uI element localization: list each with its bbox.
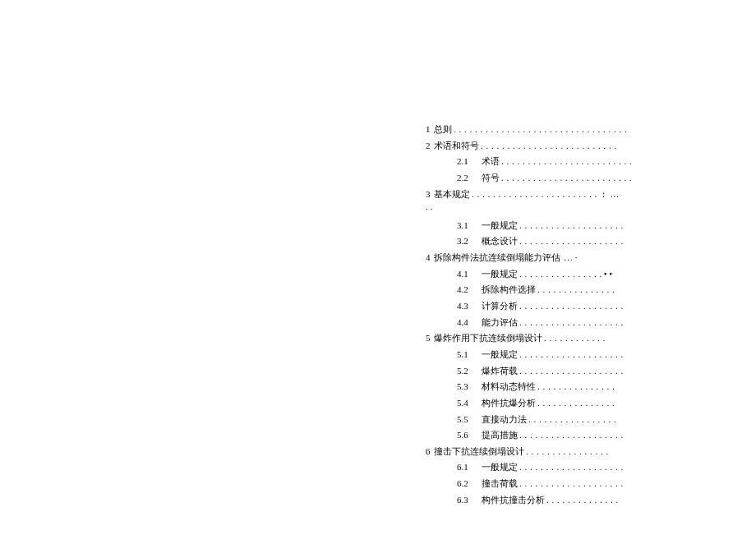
sub-title: 提高措施 <box>482 427 518 442</box>
sub-title: 符号 <box>482 170 500 185</box>
sub-title: 能力评估 <box>482 315 518 330</box>
ch-title: 基本规定 <box>434 187 470 201</box>
sub-num: 6.2 <box>457 476 482 491</box>
leader-dots: . . . . . . . . . . . . . . . . <box>526 444 609 459</box>
sub-title: 材料动态特性 <box>482 379 536 394</box>
sub-title: 构件抗撞击分析 <box>482 492 545 507</box>
ch-num: 6 <box>426 444 434 459</box>
ch-num: 1 <box>426 122 434 136</box>
leader-dots: . . . . . . . . . . . . . . . . . . . . <box>519 347 624 362</box>
toc-chapter-6: 6 撞击下抗连续倒塌设计 . . . . . . . . . . . . . .… <box>426 444 672 459</box>
toc-chapter-1: 1 总则 . . . . . . . . . . . . . . . . . .… <box>426 122 672 136</box>
sub-num: 5.3 <box>457 379 482 394</box>
toc-sub-4-1: 4.1 一般规定 . . . . . . . . . . . . . . . .… <box>426 266 672 281</box>
toc-sub-6-1: 6.1 一般规定 . . . . . . . . . . . . . . . .… <box>426 459 672 474</box>
sub-title: 一般规定 <box>482 347 518 362</box>
toc-sub-5-5: 5.5 直接动力法 . . . . . . . . . . . . . . . … <box>426 412 672 427</box>
sub-num: 5.5 <box>457 412 482 427</box>
ch-num: 3 <box>426 187 434 201</box>
sub-title: 术语 <box>482 154 500 168</box>
leader-dots: . . . . . . . . . . . . . . . . <box>519 266 602 281</box>
toc-sub-5-1: 5.1 一般规定 . . . . . . . . . . . . . . . .… <box>426 347 672 362</box>
sub-num: 4.4 <box>457 315 482 330</box>
trail-mark: … · <box>564 250 578 265</box>
toc-chapter-3: 3 基本规定 . . . . . . . . . . . . . . . . .… <box>426 187 672 201</box>
toc-sub-3-1: 3.1 一般规定 . . . . . . . . . . . . . . . .… <box>426 218 672 233</box>
ch-num: 5 <box>426 330 434 345</box>
sub-title: 构件抗爆分析 <box>482 395 536 410</box>
overflow-dots: · · <box>426 201 672 216</box>
leader-dots: . . . . . . . . . . . . . . . . . . . . <box>519 459 624 474</box>
leader-dots: . . . . . . . . . . . . . . . . . . . . … <box>501 154 632 168</box>
toc-sub-2-1: 2.1 术语 . . . . . . . . . . . . . . . . .… <box>426 154 672 168</box>
sub-num: 6.3 <box>457 492 482 507</box>
ch-num: 2 <box>426 138 434 153</box>
sub-num: 3.2 <box>457 233 482 248</box>
sub-num: 2.1 <box>457 154 482 168</box>
toc-sub-5-6: 5.6 提高措施 . . . . . . . . . . . . . . . .… <box>426 427 672 442</box>
sub-title: 撞击荷载 <box>482 476 518 491</box>
leader-dots: . . . . . . . . . . . . . . . . . . . . <box>519 363 624 378</box>
toc-chapter-2: 2 术语和符号 . . . . . . . . . . . . . . . . … <box>426 138 672 153</box>
leader-dots: . . . . . . . . . . . . . . . . . . . . … <box>454 122 627 136</box>
leader-dots: . . . . . . . . . . . . . . . . . . . . <box>519 427 624 442</box>
leader-dots: . . . . . . . . . . . . . . . <box>537 395 615 410</box>
leader-dots: . . . . . . . . . . . . . . . . . . . . <box>519 233 624 248</box>
leader-dots: . . . . . . . . . . . . . . . . . . . . … <box>501 170 632 185</box>
ch-num: 4 <box>426 250 434 265</box>
toc-sub-4-2: 4.2 拆除构件选择 . . . . . . . . . . . . . . . <box>426 282 672 297</box>
leader-dots: . . . . . . . . . . . . . . . . . . . . <box>519 476 624 491</box>
sub-num: 3.1 <box>457 218 482 233</box>
sub-title: 一般规定 <box>482 459 518 474</box>
ch-title: 术语和符号 <box>434 138 479 153</box>
toc-chapter-5: 5 爆炸作用下抗连续倒塌设计 . . . . . . . . . . . . <box>426 330 672 345</box>
leader-dots: . . . . . . . . . . . . . . <box>546 492 619 507</box>
toc-sub-4-3: 4.3 计算分析 . . . . . . . . . . . . . . . .… <box>426 298 672 313</box>
toc-sub-5-4: 5.4 构件抗爆分析 . . . . . . . . . . . . . . . <box>426 395 672 410</box>
leader-dots: . . . . . . . . . . . . . . . . . . . . <box>519 218 624 233</box>
leader-dots: . . . . . . . . . . . . . . . <box>537 282 615 297</box>
sub-num: 2.2 <box>457 170 482 185</box>
leader-dots: . . . . . . . . . . . . . . . <box>537 379 615 394</box>
sub-title: 一般规定 <box>482 218 518 233</box>
toc-sub-6-3: 6.3 构件抗撞击分析 . . . . . . . . . . . . . . <box>426 492 672 507</box>
toc-sub-5-2: 5.2 爆炸荷载 . . . . . . . . . . . . . . . .… <box>426 363 672 378</box>
leader-dots: . . . . . . . . . . . . . . . . . <box>528 412 616 427</box>
toc-sub-3-2: 3.2 概念设计 . . . . . . . . . . . . . . . .… <box>426 233 672 248</box>
ch-title: 总则 <box>434 122 452 136</box>
sub-num: 5.2 <box>457 363 482 378</box>
toc-chapter-4: 4 拆除构件法抗连续倒塌能力评估 … · <box>426 250 672 265</box>
toc-sub-2-2: 2.2 符号 . . . . . . . . . . . . . . . . .… <box>426 170 672 185</box>
ch-title: 撞击下抗连续倒塌设计 <box>434 444 524 459</box>
toc-sub-5-3: 5.3 材料动态特性 . . . . . . . . . . . . . . . <box>426 379 672 394</box>
sub-title: 爆炸荷载 <box>482 363 518 378</box>
sub-title: 计算分析 <box>482 298 518 313</box>
leader-dots: . . . . . . . . . . . . <box>544 330 606 345</box>
trail-mark: ： … <box>599 187 620 201</box>
sub-num: 4.1 <box>457 266 482 281</box>
ch-title: 爆炸作用下抗连续倒塌设计 <box>434 330 542 345</box>
toc-page: 1 总则 . . . . . . . . . . . . . . . . . .… <box>426 122 672 508</box>
trail-mark: • • <box>604 266 612 281</box>
leader-dots: . . . . . . . . . . . . . . . . . . . . … <box>481 138 617 153</box>
ch-title: 拆除构件法抗连续倒塌能力评估 <box>434 250 560 265</box>
sub-num: 5.1 <box>457 347 482 362</box>
leader-dots: . . . . . . . . . . . . . . . . . . . . <box>519 315 624 330</box>
sub-title: 直接动力法 <box>482 412 527 427</box>
sub-num: 6.1 <box>457 459 482 474</box>
sub-title: 概念设计 <box>482 233 518 248</box>
sub-num: 4.2 <box>457 282 482 297</box>
sub-num: 5.6 <box>457 427 482 442</box>
sub-num: 5.4 <box>457 395 482 410</box>
leader-dots: . . . . . . . . . . . . . . . . . . . . <box>519 298 624 313</box>
toc-sub-4-4: 4.4 能力评估 . . . . . . . . . . . . . . . .… <box>426 315 672 330</box>
sub-num: 4.3 <box>457 298 482 313</box>
sub-title: 拆除构件选择 <box>482 282 536 297</box>
leader-dots: . . . . . . . . . . . . . . . . . . . . … <box>472 187 597 201</box>
sub-title: 一般规定 <box>482 266 518 281</box>
toc-sub-6-2: 6.2 撞击荷载 . . . . . . . . . . . . . . . .… <box>426 476 672 491</box>
